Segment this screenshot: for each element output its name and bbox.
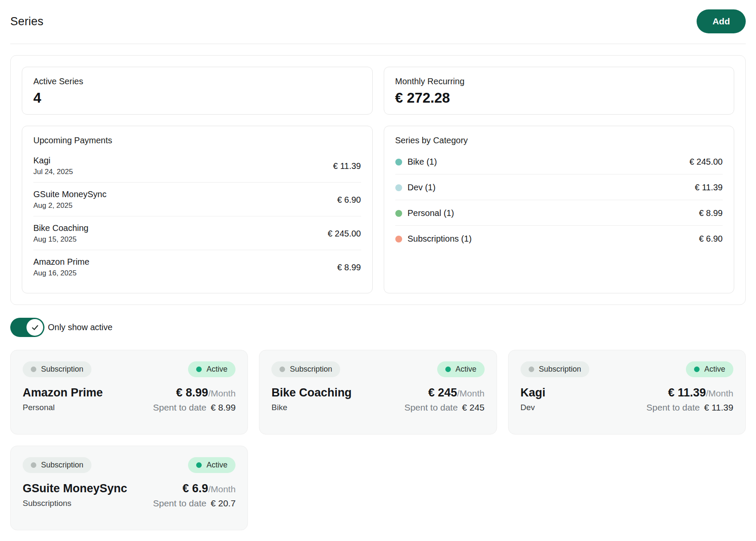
series-price: € 245 [428,386,457,399]
status-badge: Active [188,361,235,377]
spent-line: Spent to date€ 20.7 [153,498,235,508]
payment-amount: € 11.39 [333,161,361,171]
category-row: Subscriptions (1) € 6.90 [395,226,723,251]
series-period: /Month [208,388,235,398]
spent-value: € 20.7 [211,498,235,508]
toggle-thumb [26,319,43,336]
upcoming-payments-title: Upcoming Payments [33,136,361,145]
series-name: Bike Coaching [271,386,352,399]
payment-name: Kagi [33,156,73,166]
card-left: GSuite MoneySync Subscriptions [23,482,127,508]
payment-row: GSuite MoneySync Aug 2, 2025 € 6.90 [33,183,361,216]
badge-row: Subscription Active [521,361,733,377]
type-badge-label: Subscription [41,365,83,374]
upcoming-payments-list: Kagi Jul 24, 2025 € 11.39 GSuite MoneySy… [33,149,361,284]
category-row: Personal (1) € 8.99 [395,200,723,226]
add-button[interactable]: Add [697,9,746,33]
category-dot-icon [395,236,402,242]
status-badge: Active [686,361,733,377]
type-badge: Subscription [23,361,91,377]
series-by-category-title: Series by Category [395,136,723,145]
category-label: Personal (1) [408,208,454,218]
spent-label: Spent to date [153,402,206,412]
badge-row: Subscription Active [271,361,484,377]
spent-label: Spent to date [153,498,206,508]
payment-amount: € 6.90 [337,195,361,205]
series-by-category-card: Series by Category Bike (1) € 245.00 Dev… [384,126,735,293]
series-price: € 8.99 [176,386,208,399]
series-name: Kagi [521,386,546,399]
status-badge-label: Active [704,365,725,374]
series-period: /Month [706,388,733,398]
payment-amount: € 245.00 [328,229,361,239]
type-badge-label: Subscription [290,365,332,374]
category-dot-icon [395,184,402,191]
badge-row: Subscription Active [23,361,235,377]
category-row: Dev (1) € 11.39 [395,174,723,200]
monthly-recurring-label: Monthly Recurring [395,77,723,86]
card-left: Amazon Prime Personal [23,386,103,413]
payment-row: Kagi Jul 24, 2025 € 11.39 [33,149,361,183]
card-body: Kagi Dev € 11.39/Month Spent to date€ 11… [521,386,733,413]
card-left: Bike Coaching Bike [271,386,352,413]
series-name: Amazon Prime [23,386,103,399]
series-category: Dev [521,403,546,412]
category-label: Bike (1) [408,157,437,167]
price-line: € 8.99/Month [153,386,235,399]
series-cards-grid: Subscription Active Amazon Prime Persona… [10,350,746,530]
payment-row: Amazon Prime Aug 16, 2025 € 8.99 [33,250,361,284]
series-period: /Month [208,484,235,494]
status-badge-label: Active [206,461,227,470]
type-dot-icon [31,367,36,372]
category-amount: € 6.90 [699,234,723,244]
type-badge: Subscription [23,457,91,473]
type-dot-icon [31,462,36,468]
monthly-recurring-value: € 272.28 [395,90,723,106]
monthly-recurring-card: Monthly Recurring € 272.28 [384,67,735,115]
active-series-card: Active Series 4 [22,67,373,115]
payment-name: Bike Coaching [33,223,88,233]
series-card-bike-coaching[interactable]: Subscription Active Bike Coaching Bike €… [259,350,497,435]
series-price: € 11.39 [668,386,706,399]
status-dot-icon [445,367,451,372]
category-dot-icon [395,210,402,217]
only-show-active-toggle[interactable] [10,318,44,337]
series-price: € 6.9 [182,482,208,495]
series-period: /Month [457,388,484,398]
payment-date: Jul 24, 2025 [33,168,73,176]
category-row: Bike (1) € 245.00 [395,149,723,174]
spent-line: Spent to date€ 11.39 [647,402,733,413]
only-show-active-label: Only show active [48,322,112,332]
type-dot-icon [529,367,534,372]
status-badge-label: Active [456,365,477,374]
card-right: € 245/Month Spent to date€ 245 [404,386,485,413]
status-dot-icon [694,367,700,372]
page-header: Series Add [10,0,746,44]
spent-value: € 245 [462,402,485,412]
series-card-gsuite-moneysync[interactable]: Subscription Active GSuite MoneySync Sub… [10,446,248,530]
payment-info: Bike Coaching Aug 15, 2025 [33,223,88,244]
category-dot-icon [395,159,402,166]
spent-label: Spent to date [404,402,458,412]
status-badge-label: Active [206,365,227,374]
summary-panel: Active Series 4 Monthly Recurring € 272.… [10,55,746,305]
filter-row: Only show active [10,318,746,337]
status-dot-icon [196,367,202,372]
active-series-label: Active Series [33,77,361,86]
payment-date: Aug 16, 2025 [33,269,89,278]
payment-amount: € 8.99 [337,263,361,272]
card-left: Kagi Dev [521,386,546,413]
status-badge: Active [188,457,235,473]
badge-row: Subscription Active [23,457,235,473]
spent-value: € 8.99 [211,402,235,412]
payment-date: Aug 15, 2025 [33,235,88,244]
spent-line: Spent to date€ 8.99 [153,402,235,413]
type-badge: Subscription [521,361,589,377]
page: Series Add Active Series 4 Monthly Recur… [0,0,756,530]
series-card-kagi[interactable]: Subscription Active Kagi Dev € 11.39/Mon… [508,350,746,435]
payment-info: Amazon Prime Aug 16, 2025 [33,257,89,278]
series-category: Personal [23,403,103,412]
series-card-amazon-prime[interactable]: Subscription Active Amazon Prime Persona… [10,350,248,435]
category-label: Dev (1) [408,183,436,192]
price-line: € 11.39/Month [647,386,733,399]
